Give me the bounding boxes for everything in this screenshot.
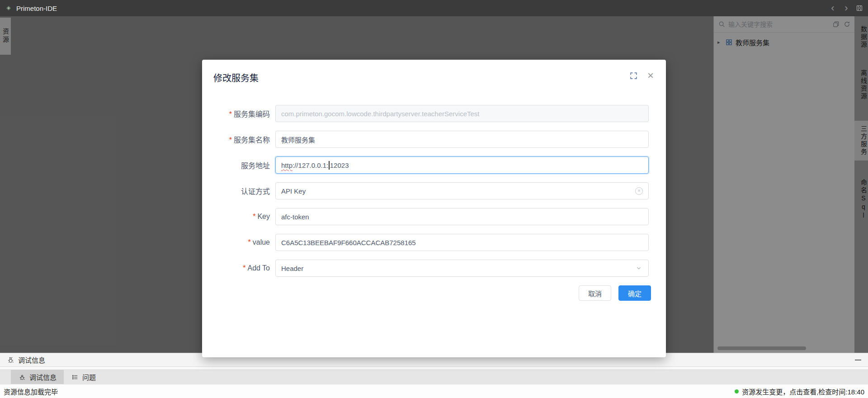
service-address-input[interactable]: http://127.0.0.1:12023 (275, 156, 649, 174)
fullscreen-icon[interactable] (629, 71, 637, 80)
nav-forward-icon[interactable]: › (842, 4, 851, 13)
ok-button[interactable]: 确定 (618, 285, 651, 301)
field-row-key: Key (202, 208, 649, 225)
field-label: 服务地址 (202, 160, 275, 171)
chevron-down-icon (635, 264, 643, 272)
dialog-title: 修改服务集 (213, 71, 666, 85)
tab-debug-info[interactable]: 调试信息 (11, 370, 64, 384)
field-row-value: value (202, 234, 649, 251)
titlebar: Primeton-IDE ‹ › (0, 0, 868, 16)
tab-label: 调试信息 (29, 372, 57, 382)
debug-icon (6, 356, 14, 364)
list-icon (71, 373, 79, 381)
service-name-input[interactable] (275, 131, 649, 148)
field-label: Add To (202, 264, 275, 272)
primeton-ide-window: Primeton-IDE ‹ › 资源 (0, 0, 868, 398)
field-row-service-name: 服务集名称 (202, 131, 649, 148)
nav-back-icon[interactable]: ‹ (828, 4, 837, 13)
add-to-value: Header (281, 265, 303, 272)
service-code-input (275, 105, 649, 122)
address-protocol-text: http (281, 161, 292, 169)
save-layout-icon[interactable] (855, 4, 863, 12)
close-icon[interactable]: × (646, 71, 655, 80)
status-dot (735, 389, 739, 393)
titlebar-actions: ‹ › (828, 4, 863, 13)
key-input[interactable] (275, 208, 649, 225)
status-left-text: 资源信息加载完毕 (4, 387, 58, 396)
address-port-text: 12023 (330, 161, 349, 169)
field-label: 服务集编码 (202, 108, 275, 119)
app-logo-icon (5, 4, 13, 12)
address-host-text: ://127.0.0.1: (292, 161, 328, 169)
status-right-text: 资源发生变更，点击查看,检查时间:18:40 (742, 387, 864, 396)
field-label: 服务集名称 (202, 134, 275, 145)
field-row-add-to: Add To Header (202, 260, 649, 277)
cancel-button[interactable]: 取消 (579, 285, 611, 301)
field-label: Key (202, 213, 275, 221)
edit-service-set-dialog: 修改服务集 × 服务集编码 服务集名称 服务地址 http://127.0.0.… (202, 60, 666, 357)
auth-method-value: API Key (281, 187, 306, 195)
field-label: 认证方式 (202, 185, 275, 196)
field-row-service-address: 服务地址 http://127.0.0.1:12023 (202, 156, 649, 174)
tab-label: 问题 (82, 372, 96, 382)
debug-icon (18, 373, 26, 381)
field-row-auth-method: 认证方式 API Key × (202, 182, 649, 199)
auth-method-select[interactable]: API Key × (275, 182, 649, 199)
app-title: Primeton-IDE (16, 5, 57, 12)
text-cursor (329, 161, 330, 170)
value-input[interactable] (275, 234, 649, 251)
minimize-icon[interactable] (854, 356, 862, 364)
bottom-tab-bar: 调试信息 问题 (0, 370, 868, 384)
field-row-service-code: 服务集编码 (202, 105, 649, 122)
dialog-actions: 取消 确定 (202, 285, 651, 301)
debug-header-label: 调试信息 (18, 355, 45, 365)
panel-resize-handle[interactable] (0, 367, 868, 370)
clear-icon[interactable]: × (635, 187, 643, 195)
tab-problems[interactable]: 问题 (64, 370, 103, 384)
field-label: value (202, 238, 275, 246)
add-to-select[interactable]: Header (275, 260, 649, 277)
statusbar: 资源信息加载完毕 资源发生变更，点击查看,检查时间:18:40 (0, 384, 868, 398)
status-right-group[interactable]: 资源发生变更，点击查看,检查时间:18:40 (735, 387, 864, 396)
